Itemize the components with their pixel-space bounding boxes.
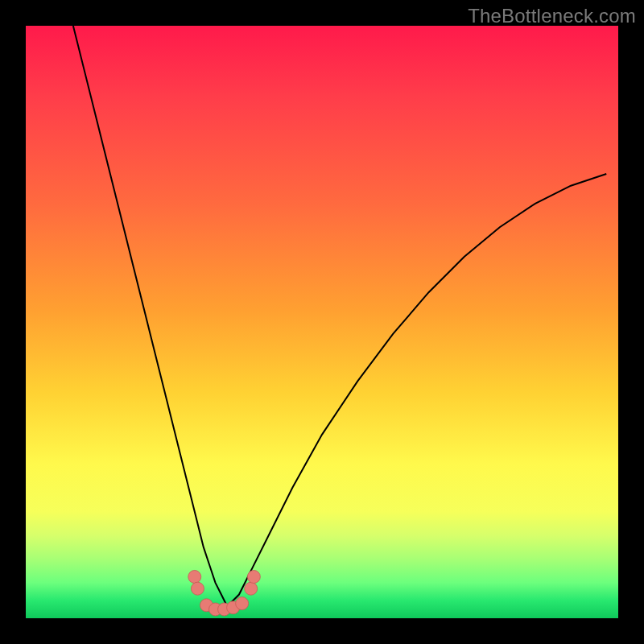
chart-svg [26, 26, 618, 618]
bottleneck-marker [236, 597, 249, 610]
bottleneck-markers [188, 570, 261, 615]
plot-area [26, 26, 618, 618]
bottleneck-marker [245, 582, 258, 595]
bottleneck-marker [247, 570, 260, 583]
bottleneck-marker [188, 570, 201, 583]
curve-right-branch [227, 174, 606, 606]
watermark-text: TheBottleneck.com [468, 5, 636, 27]
curve-left-branch [73, 26, 227, 606]
chart-frame: TheBottleneck.com [0, 0, 644, 644]
bottleneck-marker [191, 582, 204, 595]
